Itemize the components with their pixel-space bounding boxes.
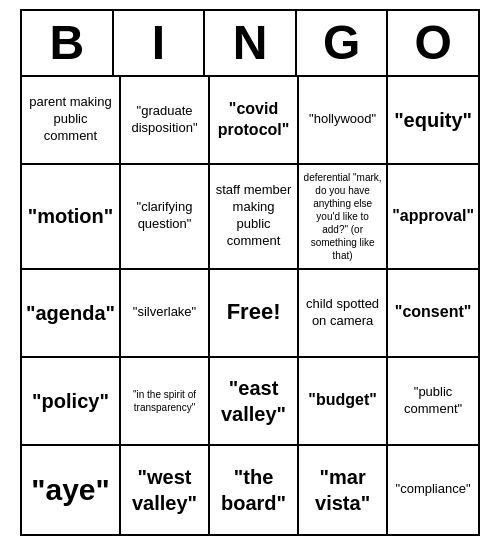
bingo-cell-3: "hollywood" [299,77,388,165]
bingo-header: BINGO [22,11,478,77]
bingo-cell-23: "mar vista" [299,446,388,534]
bingo-cell-21: "west valley" [121,446,210,534]
bingo-cell-10: "agenda" [22,270,121,358]
bingo-cell-2: "covid protocol" [210,77,299,165]
bingo-card: BINGO parent making public comment"gradu… [20,9,480,536]
bingo-cell-24: "compliance" [388,446,478,534]
bingo-cell-15: "policy" [22,358,121,446]
bingo-cell-13: child spotted on camera [299,270,388,358]
bingo-cell-17: "east valley" [210,358,299,446]
bingo-cell-16: "in the spirit of transparency" [121,358,210,446]
bingo-grid: parent making public comment"graduate di… [22,77,478,534]
bingo-cell-6: "clarifying question" [121,165,210,270]
header-letter-n: N [205,11,297,75]
bingo-cell-19: "public comment" [388,358,478,446]
bingo-cell-5: "motion" [22,165,121,270]
header-letter-i: I [114,11,206,75]
bingo-cell-14: "consent" [388,270,478,358]
bingo-cell-7: staff member making public comment [210,165,299,270]
bingo-cell-11: "silverlake" [121,270,210,358]
bingo-cell-12: Free! [210,270,299,358]
bingo-cell-8: deferential "mark, do you have anything … [299,165,388,270]
bingo-cell-20: "aye" [22,446,121,534]
bingo-cell-0: parent making public comment [22,77,121,165]
bingo-cell-1: "graduate disposition" [121,77,210,165]
bingo-cell-9: "approval" [388,165,478,270]
bingo-cell-4: "equity" [388,77,478,165]
bingo-cell-18: "budget" [299,358,388,446]
bingo-cell-22: "the board" [210,446,299,534]
header-letter-o: O [388,11,478,75]
header-letter-b: B [22,11,114,75]
header-letter-g: G [297,11,389,75]
